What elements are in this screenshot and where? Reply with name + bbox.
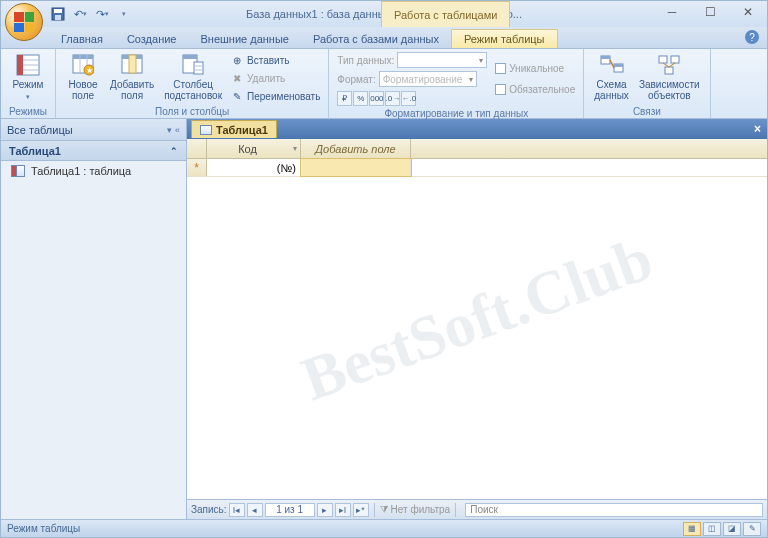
unique-check[interactable]: Уникальное bbox=[493, 60, 577, 78]
percent-icon[interactable]: % bbox=[353, 91, 368, 106]
status-text: Режим таблицы bbox=[7, 523, 80, 534]
view-button[interactable]: Режим▾ bbox=[7, 51, 49, 105]
insert-button[interactable]: ⊕Вставить bbox=[228, 51, 322, 69]
add-fields-button[interactable]: Добавить поля bbox=[106, 51, 158, 105]
first-record-button[interactable]: I◂ bbox=[229, 503, 245, 517]
nav-group-collapse-icon[interactable]: ⌃ bbox=[170, 146, 178, 156]
deps-label: Зависимости объектов bbox=[639, 79, 700, 101]
prev-record-button[interactable]: ◂ bbox=[247, 503, 263, 517]
group-fields-label: Поля и столбцы bbox=[62, 105, 322, 118]
add-fields-label: Добавить поля bbox=[110, 79, 154, 101]
tab-home[interactable]: Главная bbox=[49, 30, 115, 48]
format-combo[interactable]: Форматирование bbox=[379, 71, 478, 87]
group-views-label: Режимы bbox=[7, 105, 49, 118]
dependencies-button[interactable]: Зависимости объектов bbox=[635, 51, 704, 105]
tab-external[interactable]: Внешние данные bbox=[189, 30, 301, 48]
column-header-kod[interactable]: Код▾ bbox=[207, 139, 301, 158]
filter-indicator[interactable]: ⧩Нет фильтра bbox=[380, 504, 451, 516]
svg-rect-29 bbox=[665, 67, 673, 74]
required-check[interactable]: Обязательное bbox=[493, 81, 577, 99]
dec-decimal-icon[interactable]: ←.0 bbox=[401, 91, 416, 106]
schema-label: Схема данных bbox=[594, 79, 629, 101]
svg-rect-18 bbox=[183, 55, 197, 59]
maximize-button[interactable]: ☐ bbox=[691, 1, 729, 23]
add-fields-icon bbox=[120, 53, 144, 77]
view-pivotchart-button[interactable]: ◪ bbox=[723, 522, 741, 536]
comma-icon[interactable]: 000 bbox=[369, 91, 384, 106]
view-pivottable-button[interactable]: ◫ bbox=[703, 522, 721, 536]
datatype-row: Тип данных: bbox=[335, 51, 489, 69]
svg-line-26 bbox=[610, 60, 614, 68]
qat-save-icon[interactable] bbox=[49, 5, 67, 23]
dependencies-icon bbox=[657, 53, 681, 77]
record-label: Запись: bbox=[191, 504, 227, 515]
new-row-selector[interactable]: * bbox=[187, 159, 207, 176]
checkbox-icon bbox=[495, 84, 506, 95]
svg-rect-23 bbox=[601, 56, 610, 59]
datasheet-view-icon bbox=[16, 53, 40, 77]
view-datasheet-button[interactable]: ▦ bbox=[683, 522, 701, 536]
ribbon-tabs: Главная Создание Внешние данные Работа с… bbox=[1, 27, 767, 49]
nav-item-table1[interactable]: Таблица1 : таблица bbox=[1, 161, 186, 181]
new-field-label: Новое поле bbox=[68, 79, 97, 101]
column-header-add[interactable]: Добавить поле bbox=[301, 139, 411, 158]
datatype-combo[interactable] bbox=[397, 52, 487, 68]
lookup-icon bbox=[181, 53, 205, 77]
close-button[interactable]: ✕ bbox=[729, 1, 767, 23]
svg-rect-1 bbox=[54, 9, 62, 13]
last-record-button[interactable]: ▸I bbox=[335, 503, 351, 517]
svg-rect-25 bbox=[614, 64, 623, 67]
rename-button[interactable]: ✎Переименовать bbox=[228, 87, 322, 105]
new-field-button[interactable]: ★ Новое поле bbox=[62, 51, 104, 105]
nav-collapse-icon[interactable]: « bbox=[175, 125, 180, 135]
view-design-button[interactable]: ✎ bbox=[743, 522, 761, 536]
search-box[interactable]: Поиск bbox=[465, 503, 763, 517]
svg-rect-27 bbox=[659, 56, 667, 63]
inc-decimal-icon[interactable]: .0→ bbox=[385, 91, 400, 106]
record-position[interactable]: 1 из 1 bbox=[265, 503, 315, 517]
tab-dbtools[interactable]: Работа с базами данных bbox=[301, 30, 451, 48]
help-icon[interactable]: ? bbox=[745, 30, 759, 44]
insert-icon: ⊕ bbox=[230, 53, 244, 67]
format-row: Формат: Форматирование bbox=[335, 70, 489, 88]
close-doc-icon[interactable]: × bbox=[754, 122, 761, 136]
relationships-button[interactable]: Схема данных bbox=[590, 51, 633, 105]
cell-add-new[interactable] bbox=[301, 159, 411, 176]
new-record-button[interactable]: ▸* bbox=[353, 503, 369, 517]
qat-customize-icon[interactable]: ▾ bbox=[115, 5, 133, 23]
tab-datasheet[interactable]: Режим таблицы bbox=[451, 29, 558, 48]
svg-rect-16 bbox=[129, 55, 136, 73]
delete-icon: ✖ bbox=[230, 71, 244, 85]
nav-pane-header[interactable]: Все таблицы ▾ « bbox=[1, 119, 186, 141]
svg-line-31 bbox=[669, 63, 675, 67]
record-navigator: Запись: I◂ ◂ 1 из 1 ▸ ▸I ▸* ⧩Нет фильтра… bbox=[187, 499, 767, 519]
office-button[interactable] bbox=[5, 3, 43, 41]
cell-kod-new[interactable]: (№) bbox=[207, 159, 301, 176]
next-record-button[interactable]: ▸ bbox=[317, 503, 333, 517]
currency-icon[interactable]: ₽ bbox=[337, 91, 352, 106]
select-all-cell[interactable] bbox=[187, 139, 207, 158]
group-relations-label: Связи bbox=[590, 105, 703, 118]
qat-redo-icon[interactable]: ↷▾ bbox=[93, 5, 111, 23]
view-label: Режим bbox=[13, 79, 44, 90]
lookup-column-button[interactable]: Столбец подстановок bbox=[160, 51, 226, 105]
nav-group-header[interactable]: Таблица1 ⌃ bbox=[1, 141, 186, 161]
format-buttons: ₽ % 000 .0→ ←.0 bbox=[335, 89, 489, 107]
column-dropdown-icon[interactable]: ▾ bbox=[293, 144, 297, 153]
tab-create[interactable]: Создание bbox=[115, 30, 189, 48]
document-tab[interactable]: Таблица1 bbox=[191, 120, 277, 138]
navigation-pane: Все таблицы ▾ « Таблица1 ⌃ Таблица1 : та… bbox=[1, 119, 187, 519]
svg-rect-4 bbox=[17, 55, 23, 75]
svg-rect-19 bbox=[194, 62, 203, 74]
delete-button[interactable]: ✖Удалить bbox=[228, 69, 322, 87]
svg-rect-9 bbox=[73, 55, 93, 59]
svg-text:★: ★ bbox=[86, 66, 93, 75]
qat-undo-icon[interactable]: ↶▾ bbox=[71, 5, 89, 23]
rename-icon: ✎ bbox=[230, 89, 244, 103]
nav-dropdown-icon[interactable]: ▾ bbox=[167, 125, 172, 135]
table-icon bbox=[11, 165, 25, 177]
minimize-button[interactable]: ─ bbox=[653, 1, 691, 23]
svg-line-30 bbox=[663, 63, 669, 67]
datasheet-grid[interactable]: BestSoft.Club Код▾ Добавить поле * (№) bbox=[187, 139, 767, 499]
svg-rect-2 bbox=[55, 15, 61, 20]
